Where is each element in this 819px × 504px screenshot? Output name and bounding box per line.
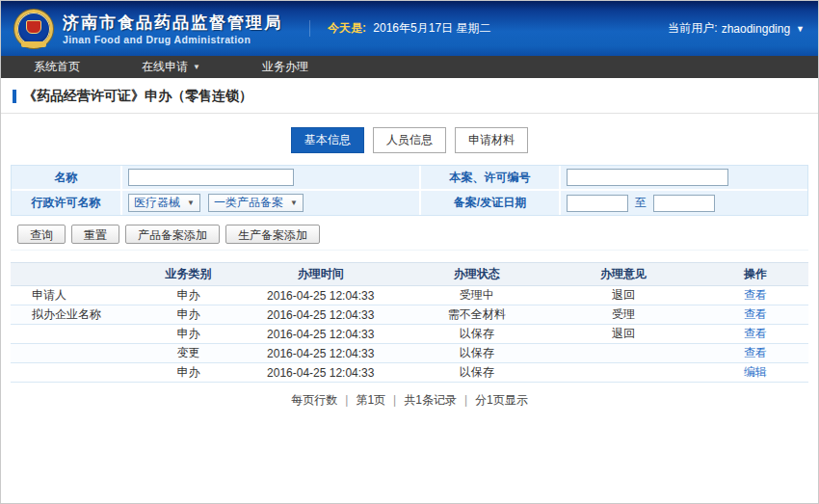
row-name-cell: 申请人 xyxy=(11,286,145,305)
date-range-separator: 至 xyxy=(635,195,647,211)
pagination-per-page[interactable]: 每页行数 xyxy=(291,393,337,407)
table-header-row: 业务类别 办理时间 办理状态 办理意见 操作 xyxy=(11,263,808,286)
emblem-shield-icon xyxy=(26,20,41,34)
table-row: 申请人 申办 2016-04-25 12:04:33 受理中 退回 查看 xyxy=(11,286,808,305)
row-name-cell: 拟办企业名称 xyxy=(11,305,145,325)
org-name-cn: 济南市食品药品监督管理局 xyxy=(63,12,282,34)
results-table-wrap: 业务类别 办理时间 办理状态 办理意见 操作 申请人 申办 2016-04-25… xyxy=(11,262,808,383)
tab-application-materials[interactable]: 申请材料 xyxy=(455,127,528,153)
record-date-label: 备案/发证日期 xyxy=(421,191,561,215)
today-date: 今天是: 2016年5月17日 星期二 xyxy=(309,20,490,37)
history-table-body: 申请人 申办 2016-04-25 12:04:33 受理中 退回 查看 拟办企… xyxy=(11,286,808,383)
row-handle-time-cell: 2016-04-25 12:04:33 xyxy=(231,363,410,383)
add-production-record-button[interactable]: 生产备案添加 xyxy=(225,225,320,244)
row-handle-status-cell: 以保存 xyxy=(410,325,544,344)
search-filter-panel: 名称 本案、许可编号 行政许可名称 医疗器械 ▼ 一类产品备案 ▼ 备案/发证日… xyxy=(11,165,808,216)
row-action-link[interactable]: 查看 xyxy=(744,327,767,340)
title-accent-bar xyxy=(13,90,16,103)
pagination-separator: | xyxy=(393,393,396,407)
chevron-down-icon: ▼ xyxy=(796,24,805,34)
chevron-down-icon: ▼ xyxy=(187,199,195,207)
col-header-blank xyxy=(11,263,145,286)
row-handle-opinion-cell xyxy=(544,344,703,363)
row-action-link[interactable]: 查看 xyxy=(744,288,767,302)
current-user-menu[interactable]: 当前用户: zhaodingding ▼ xyxy=(668,20,805,37)
col-header-handle-status: 办理状态 xyxy=(410,263,544,286)
row-business-type-cell: 变更 xyxy=(145,344,232,363)
emblem-ribbon-icon xyxy=(21,41,46,47)
nav-item-business[interactable]: 业务办理 xyxy=(245,56,326,78)
row-handle-opinion-cell xyxy=(544,363,703,383)
record-no-label: 本案、许可编号 xyxy=(421,166,561,191)
row-handle-time-cell: 2016-04-25 12:04:33 xyxy=(231,286,410,305)
row-name-cell xyxy=(11,363,145,383)
row-handle-status-cell: 以保存 xyxy=(410,363,544,383)
nav-item-online-apply[interactable]: 在线申请 ▼ xyxy=(124,56,218,78)
table-row: 申办 2016-04-25 12:04:33 以保存 编辑 xyxy=(11,363,808,383)
nav-item-home[interactable]: 系统首页 xyxy=(16,56,97,78)
date-from-input[interactable] xyxy=(567,195,628,212)
row-handle-status-cell: 以保存 xyxy=(410,344,544,363)
row-name-cell xyxy=(11,325,145,344)
nav-item-business-label: 业务办理 xyxy=(262,59,308,75)
chevron-down-icon: ▼ xyxy=(193,63,200,71)
form-tabs: 基本信息 人员信息 申请材料 xyxy=(1,127,818,153)
name-input[interactable] xyxy=(128,169,294,186)
tab-personnel-info[interactable]: 人员信息 xyxy=(373,127,446,153)
current-user-name: zhaodingding xyxy=(722,22,790,36)
pagination-pages-display: 分1页显示 xyxy=(475,393,528,407)
org-name-en: Jinan Food and Drug Administration xyxy=(63,34,282,45)
category-select[interactable]: 医疗器械 ▼ xyxy=(128,194,200,212)
page-title: 《药品经营许可证》申办（零售连锁） xyxy=(23,88,252,105)
row-handle-time-cell: 2016-04-25 12:04:33 xyxy=(231,305,410,325)
table-row: 拟办企业名称 申办 2016-04-25 12:04:33 需不全材料 受理 查… xyxy=(11,305,808,325)
row-handle-opinion-cell: 退回 xyxy=(544,286,703,305)
license-name-label: 行政许可名称 xyxy=(12,191,122,215)
date-to-input[interactable] xyxy=(653,195,715,212)
row-handle-status-cell: 受理中 xyxy=(410,286,544,305)
page-title-bar: 《药品经营许可证》申办（零售连锁） xyxy=(1,78,818,114)
reset-button[interactable]: 重置 xyxy=(71,225,119,244)
tab-basic-info[interactable]: 基本信息 xyxy=(291,127,364,153)
row-name-cell xyxy=(11,344,145,363)
record-type-select-value: 一类产品备案 xyxy=(214,195,283,211)
record-no-input[interactable] xyxy=(567,169,728,186)
row-handle-status-cell: 需不全材料 xyxy=(410,305,544,325)
today-label: 今天是: xyxy=(328,21,366,35)
row-business-type-cell: 申办 xyxy=(145,286,232,305)
col-header-handle-opinion: 办理意见 xyxy=(544,263,703,286)
row-handle-opinion-cell: 受理 xyxy=(544,305,703,325)
org-title-block: 济南市食品药品监督管理局 Jinan Food and Drug Adminis… xyxy=(63,12,282,45)
row-action-link[interactable]: 查看 xyxy=(744,346,767,359)
pagination-current-page[interactable]: 第1页 xyxy=(356,393,385,407)
current-user-label: 当前用户: xyxy=(668,20,717,37)
results-table: 业务类别 办理时间 办理状态 办理意见 操作 申请人 申办 2016-04-25… xyxy=(11,262,808,383)
today-value: 2016年5月17日 星期二 xyxy=(373,21,490,35)
table-row: 申办 2016-04-25 12:04:33 以保存 退回 查看 xyxy=(11,325,808,344)
row-action-link[interactable]: 编辑 xyxy=(744,365,767,379)
record-type-select[interactable]: 一类产品备案 ▼ xyxy=(208,194,304,212)
row-handle-time-cell: 2016-04-25 12:04:33 xyxy=(231,344,410,363)
main-nav: 系统首页 在线申请 ▼ 业务办理 xyxy=(1,56,818,78)
pagination-separator: | xyxy=(345,393,348,407)
col-header-operation: 操作 xyxy=(702,263,808,286)
pagination-total-records: 共1条记录 xyxy=(404,393,457,407)
col-header-business-type: 业务类别 xyxy=(145,263,232,286)
row-handle-time-cell: 2016-04-25 12:04:33 xyxy=(231,325,410,344)
action-button-row: 查询 重置 产品备案添加 生产备案添加 xyxy=(11,222,808,251)
nav-item-online-apply-label: 在线申请 xyxy=(142,59,188,75)
chevron-down-icon: ▼ xyxy=(290,199,298,207)
pagination-bar: 每页行数|第1页|共1条记录|分1页显示 xyxy=(1,392,818,409)
row-business-type-cell: 申办 xyxy=(145,363,232,383)
category-select-value: 医疗器械 xyxy=(134,195,180,211)
app-header: 济南市食品药品监督管理局 Jinan Food and Drug Adminis… xyxy=(1,1,818,56)
search-button[interactable]: 查询 xyxy=(17,225,66,244)
table-row: 变更 2016-04-25 12:04:33 以保存 查看 xyxy=(11,344,808,363)
row-business-type-cell: 申办 xyxy=(145,325,232,344)
agency-emblem-icon xyxy=(14,10,53,48)
name-label: 名称 xyxy=(12,166,122,191)
add-product-record-button[interactable]: 产品备案添加 xyxy=(125,225,220,244)
pagination-separator: | xyxy=(464,393,467,407)
row-handle-opinion-cell: 退回 xyxy=(544,325,703,344)
row-action-link[interactable]: 查看 xyxy=(744,307,767,321)
